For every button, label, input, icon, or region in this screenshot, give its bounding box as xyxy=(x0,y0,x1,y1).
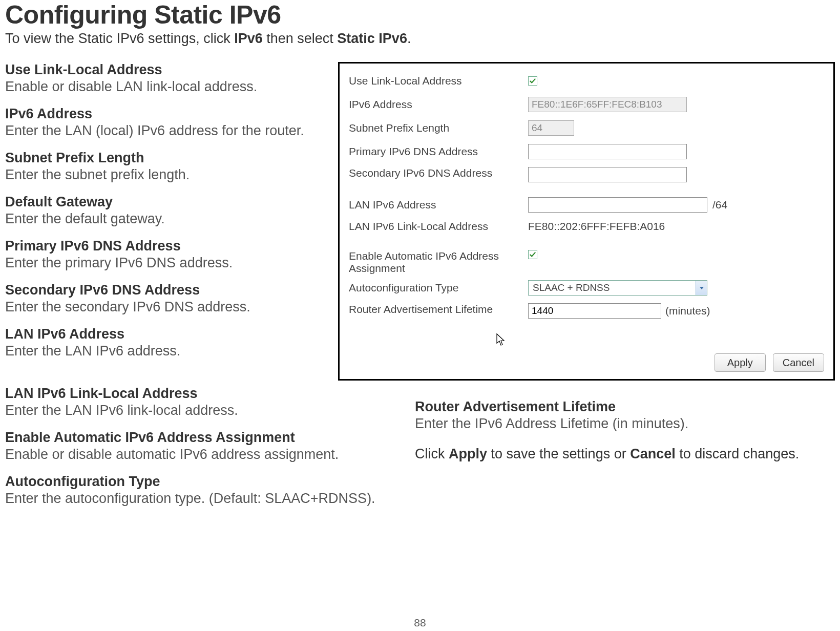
label-ipv6-address: IPv6 Address xyxy=(349,98,528,111)
def-body: Enable or disable automatic IPv6 address… xyxy=(5,447,394,462)
def-autoconfig: Autoconfiguration Type Enter the autocon… xyxy=(5,474,394,507)
def-body: Enable or disable LAN link-local address… xyxy=(5,79,328,95)
ra-lifetime-units: (minutes) xyxy=(665,305,710,317)
select-autoconfig-value: SLAAC + RDNSS xyxy=(533,282,610,293)
svg-marker-0 xyxy=(700,287,704,289)
checkbox-use-link-local[interactable] xyxy=(528,76,537,86)
subtitle-b1: IPv6 xyxy=(234,31,263,46)
def-body: Enter the secondary IPv6 DNS address. xyxy=(5,299,328,315)
label-ra-lifetime: Router Advertisement Lifetime xyxy=(349,303,528,316)
input-ra-lifetime[interactable] xyxy=(528,303,661,319)
settings-panel: Use Link-Local Address IPv6 Address Subn… xyxy=(338,62,835,381)
def-lan-linklocal: LAN IPv6 Link-Local Address Enter the LA… xyxy=(5,386,394,418)
click-pre: Click xyxy=(415,446,449,461)
def-body: Enter the LAN (local) IPv6 address for t… xyxy=(5,123,328,139)
select-autoconfig[interactable]: SLAAC + RDNSS xyxy=(528,280,707,296)
def-body: Enter the autoconfiguration type. (Defau… xyxy=(5,491,394,507)
def-title: Secondary IPv6 DNS Address xyxy=(5,282,328,298)
input-subnet-prefix[interactable] xyxy=(528,120,574,136)
subtitle-post: . xyxy=(407,31,411,46)
click-post: to discard changes. xyxy=(676,446,800,461)
def-default-gateway: Default Gateway Enter the default gatewa… xyxy=(5,194,328,227)
def-enable-auto: Enable Automatic IPv6 Address Assignment… xyxy=(5,430,394,462)
def-title: Use Link-Local Address xyxy=(5,62,328,78)
def-ipv6-address: IPv6 Address Enter the LAN (local) IPv6 … xyxy=(5,106,328,139)
cursor-area xyxy=(349,331,824,351)
input-secondary-dns[interactable] xyxy=(528,167,687,182)
def-body: Enter the default gateway. xyxy=(5,211,328,227)
cursor-icon xyxy=(495,333,507,347)
cancel-button[interactable]: Cancel xyxy=(773,353,824,372)
label-lan-linklocal: LAN IPv6 Link-Local Address xyxy=(349,220,528,233)
checkbox-enable-auto[interactable] xyxy=(528,250,537,259)
def-title: IPv6 Address xyxy=(5,106,328,122)
def-body: Enter the primary IPv6 DNS address. xyxy=(5,255,328,271)
def-secondary-dns: Secondary IPv6 DNS Address Enter the sec… xyxy=(5,282,328,315)
label-autoconfig: Autoconfiguration Type xyxy=(349,282,528,294)
def-title: Default Gateway xyxy=(5,194,328,210)
click-instruction: Click Apply to save the settings or Canc… xyxy=(415,446,835,462)
input-lan-ipv6[interactable] xyxy=(528,197,707,213)
check-icon xyxy=(529,251,536,258)
subtitle-mid: then select xyxy=(263,31,338,46)
def-body: Enter the LAN IPv6 address. xyxy=(5,343,328,359)
click-b1: Apply xyxy=(449,446,487,461)
lan-ipv6-suffix: /64 xyxy=(712,199,727,211)
page-number: 88 xyxy=(414,617,426,629)
def-use-link-local: Use Link-Local Address Enable or disable… xyxy=(5,62,328,95)
label-secondary-dns: Secondary IPv6 DNS Address xyxy=(349,167,528,179)
def-title: Router Advertisement Lifetime xyxy=(415,399,835,415)
label-use-link-local: Use Link-Local Address xyxy=(349,75,528,87)
label-lan-ipv6: LAN IPv6 Address xyxy=(349,199,528,211)
input-primary-dns[interactable] xyxy=(528,144,687,159)
label-primary-dns: Primary IPv6 DNS Address xyxy=(349,145,528,158)
dropdown-button[interactable] xyxy=(696,281,707,295)
def-ra-lifetime: Router Advertisement Lifetime Enter the … xyxy=(415,399,835,432)
def-title: Enable Automatic IPv6 Address Assignment xyxy=(5,430,394,446)
apply-button[interactable]: Apply xyxy=(715,353,766,372)
def-title: Autoconfiguration Type xyxy=(5,474,394,490)
def-title: LAN IPv6 Address xyxy=(5,326,328,342)
def-body: Enter the subnet prefix length. xyxy=(5,167,328,183)
def-title: LAN IPv6 Link-Local Address xyxy=(5,386,394,402)
def-lan-ipv6: LAN IPv6 Address Enter the LAN IPv6 addr… xyxy=(5,326,328,359)
def-subnet-prefix: Subnet Prefix Length Enter the subnet pr… xyxy=(5,150,328,183)
check-icon xyxy=(529,77,536,85)
page-title: Configuring Static IPv6 xyxy=(5,0,835,30)
subtitle-pre: To view the Static IPv6 settings, click xyxy=(5,31,234,46)
def-title: Primary IPv6 DNS Address xyxy=(5,238,328,254)
input-ipv6-address[interactable] xyxy=(528,97,687,112)
page-subtitle: To view the Static IPv6 settings, click … xyxy=(5,31,835,47)
label-enable-auto: Enable Automatic IPv6 Address Assignment xyxy=(349,250,528,275)
subtitle-b2: Static IPv6 xyxy=(337,31,407,46)
def-title: Subnet Prefix Length xyxy=(5,150,328,166)
click-b2: Cancel xyxy=(630,446,676,461)
chevron-down-icon xyxy=(699,285,704,290)
def-body: Enter the IPv6 Address Lifetime (in minu… xyxy=(415,416,835,432)
value-lan-linklocal: FE80::202:6FFF:FEFB:A016 xyxy=(528,220,665,233)
click-mid: to save the settings or xyxy=(487,446,630,461)
def-primary-dns: Primary IPv6 DNS Address Enter the prima… xyxy=(5,238,328,271)
label-subnet-prefix: Subnet Prefix Length xyxy=(349,122,528,134)
def-body: Enter the LAN IPv6 link-local address. xyxy=(5,403,394,418)
